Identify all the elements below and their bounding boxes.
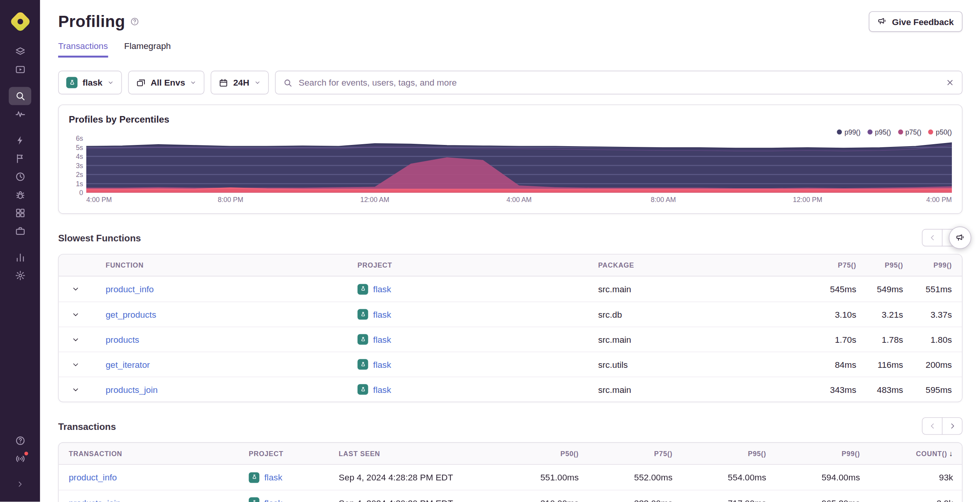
expand-row-button[interactable] xyxy=(59,285,106,293)
sidebar-item-help[interactable] xyxy=(9,431,31,450)
sidebar-collapse-button[interactable] xyxy=(9,477,31,492)
column-transaction: TRANSACTION xyxy=(69,450,248,457)
legend-item[interactable]: p50() xyxy=(928,128,952,136)
tab-transactions[interactable]: Transactions xyxy=(58,40,108,57)
floating-feedback-button[interactable] xyxy=(949,226,971,249)
sidebar-item-settings[interactable] xyxy=(9,266,31,285)
transaction-link[interactable]: products_join xyxy=(69,498,121,502)
legend-label: p50() xyxy=(936,128,952,136)
bug-icon xyxy=(15,190,25,200)
environment-selector[interactable]: All Envs xyxy=(128,71,204,94)
date-range-value: 24H xyxy=(233,77,249,88)
flask-project-icon xyxy=(357,334,368,345)
table-header-row: TRANSACTION PROJECT LAST SEEN P50() P75(… xyxy=(59,443,962,465)
help-icon[interactable] xyxy=(130,17,139,26)
legend-dot xyxy=(928,130,933,135)
x-axis-tick: 4:00 PM xyxy=(926,196,952,203)
next-page-button[interactable] xyxy=(942,417,963,435)
project-link[interactable]: flask xyxy=(373,384,391,394)
sidebar-item-issues[interactable] xyxy=(9,42,31,61)
sidebar-item-crons[interactable] xyxy=(9,168,31,186)
expand-row-button[interactable] xyxy=(59,335,106,343)
sidebar-item-dashboards[interactable] xyxy=(9,204,31,222)
function-link[interactable]: product_info xyxy=(106,284,154,294)
function-link[interactable]: products_join xyxy=(106,384,158,394)
sort-descending-icon: ↓ xyxy=(949,449,953,458)
column-p95: P95() xyxy=(673,450,766,457)
tab-flamegraph[interactable]: Flamegraph xyxy=(124,40,171,57)
x-axis-tick: 4:00 AM xyxy=(507,196,532,203)
previous-page-button[interactable] xyxy=(922,417,943,435)
area-chart xyxy=(86,138,952,193)
p95-value: 549ms xyxy=(856,284,903,294)
project-link[interactable]: flask xyxy=(373,309,391,319)
sidebar-item-alerts[interactable] xyxy=(9,131,31,150)
page-header: Profiling Give Feedback xyxy=(58,11,963,32)
count-value: 93k xyxy=(860,472,953,482)
slowest-functions-title: Slowest Functions xyxy=(58,232,141,243)
column-package: PACKAGE xyxy=(598,261,809,269)
chart-plot-area: 4:00 PM8:00 PM12:00 AM4:00 AM8:00 AM12:0… xyxy=(86,138,952,207)
expand-row-button[interactable] xyxy=(59,311,106,318)
chevron-right-icon xyxy=(948,422,956,430)
column-count[interactable]: COUNT()↓ xyxy=(860,449,953,458)
legend-item[interactable]: p75() xyxy=(898,128,921,136)
windows-icon xyxy=(136,78,146,87)
table-row: get_iterator flask src.utils 84ms 116ms … xyxy=(59,352,962,377)
column-p50: P50() xyxy=(485,450,579,457)
clock-icon xyxy=(15,172,25,182)
sidebar-item-search[interactable] xyxy=(9,87,31,105)
project-link[interactable]: flask xyxy=(264,472,282,482)
table-row: products_join flask src.main 343ms 483ms… xyxy=(59,377,962,402)
sidebar-item-whats-new[interactable] xyxy=(9,450,31,468)
legend-label: p75() xyxy=(905,128,921,136)
sidebar-item-projects[interactable] xyxy=(9,222,31,240)
chevron-down-icon xyxy=(254,79,260,86)
calendar-icon xyxy=(219,78,228,87)
search-icon xyxy=(283,78,292,87)
sidebar-item-debug[interactable] xyxy=(9,186,31,204)
function-link[interactable]: products xyxy=(106,334,139,344)
transactions-header: Transactions xyxy=(58,417,963,435)
search-input[interactable] xyxy=(299,77,939,88)
previous-page-button[interactable] xyxy=(922,229,943,246)
project-selector-value: flask xyxy=(82,77,102,88)
question-circle-icon xyxy=(15,435,25,446)
column-project: PROJECT xyxy=(249,450,339,457)
project-link[interactable]: flask xyxy=(373,359,391,369)
expand-row-button[interactable] xyxy=(59,360,106,368)
project-link[interactable]: flask xyxy=(264,498,282,502)
p95-value: 1.78s xyxy=(856,334,903,344)
function-link[interactable]: get_products xyxy=(106,309,156,319)
p95-value: 483ms xyxy=(856,384,903,394)
notification-badge xyxy=(24,451,29,456)
megaphone-icon xyxy=(878,17,887,26)
project-link[interactable]: flask xyxy=(373,334,391,344)
give-feedback-button[interactable]: Give Feedback xyxy=(869,11,962,32)
flask-project-icon xyxy=(66,77,77,88)
flask-project-icon xyxy=(357,359,368,370)
p75-value: 552.00ms xyxy=(579,472,672,482)
sidebar-item-explore[interactable] xyxy=(9,61,31,79)
monitor-play-icon xyxy=(15,64,25,75)
transaction-link[interactable]: product_info xyxy=(69,472,117,482)
sidebar-item-feedback[interactable] xyxy=(9,150,31,168)
table-row: products_join flask Sep 4, 2024 4:30:20 … xyxy=(59,490,962,502)
layers-icon xyxy=(15,46,25,57)
p99-value: 200ms xyxy=(903,359,952,369)
table-header-row: FUNCTION PROJECT PACKAGE P75() P95() P99… xyxy=(59,254,962,276)
x-axis-tick: 8:00 PM xyxy=(218,196,243,203)
sidebar-item-traces[interactable] xyxy=(9,105,31,123)
sentry-logo[interactable] xyxy=(12,9,28,34)
clear-search-icon[interactable] xyxy=(946,78,955,87)
function-link[interactable]: get_iterator xyxy=(106,359,150,369)
legend-item[interactable]: p95() xyxy=(868,128,891,136)
sidebar-item-stats[interactable] xyxy=(9,248,31,266)
legend-item[interactable]: p99() xyxy=(837,128,861,136)
project-selector[interactable]: flask xyxy=(58,71,122,94)
chevron-down-icon xyxy=(72,311,79,318)
x-axis-tick: 12:00 PM xyxy=(793,196,822,203)
date-range-selector[interactable]: 24H xyxy=(211,71,268,94)
expand-row-button[interactable] xyxy=(59,386,106,393)
project-link[interactable]: flask xyxy=(373,284,391,294)
